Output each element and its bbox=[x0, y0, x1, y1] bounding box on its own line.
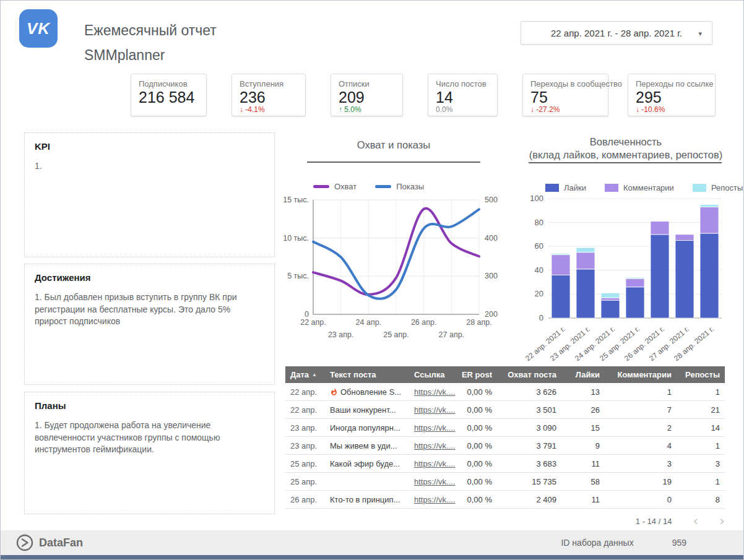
scorecard-5[interactable]: Переходы по ссылке295↓ -10.6% bbox=[628, 74, 716, 116]
cell-text: Иногда популярн... bbox=[325, 423, 409, 433]
right-axis-tick: 500 bbox=[485, 196, 498, 204]
column-header-reach[interactable]: Охват поста bbox=[497, 370, 561, 379]
cell-reposts: 1 bbox=[677, 441, 725, 450]
post-link[interactable]: https://vk.... bbox=[414, 441, 455, 450]
scorecard-delta: ↓ -27.2% bbox=[530, 106, 600, 114]
arrow-up-icon: ↑ bbox=[339, 105, 342, 114]
column-header-comments[interactable]: Комментарии bbox=[605, 370, 677, 379]
y-axis-tick: 80 bbox=[535, 218, 543, 227]
cell-reposts: 1 bbox=[677, 387, 725, 397]
table-row: 25 апр.Какой эфир буде...https://vk....0… bbox=[285, 455, 725, 473]
scorecard-3[interactable]: Число постов140.0% bbox=[428, 74, 498, 116]
post-link[interactable]: https://vk.... bbox=[414, 405, 455, 415]
post-link[interactable]: https://vk.... bbox=[414, 387, 455, 397]
bar-Лайки[interactable] bbox=[626, 287, 644, 318]
bar-chart-title-line2: (вклад лайков, комментариев, репостов) bbox=[524, 149, 728, 162]
pagination-range: 1 - 14 / 14 bbox=[636, 517, 672, 526]
scorecard-delta: 0.0% bbox=[436, 106, 490, 114]
column-header-er[interactable]: ER post bbox=[459, 370, 497, 379]
scorecard-label: Подписчиков bbox=[139, 79, 199, 88]
cell-date: 25 апр. bbox=[285, 477, 325, 486]
date-range-value: 22 апр. 2021 г. - 28 апр. 2021 г. bbox=[551, 28, 682, 38]
bar-Комментарии[interactable] bbox=[552, 255, 570, 275]
bar-Комментарии[interactable] bbox=[651, 222, 669, 235]
bar-Репосты[interactable] bbox=[700, 205, 719, 207]
legend-swatch-icon bbox=[313, 185, 329, 188]
bar-Лайки[interactable] bbox=[675, 241, 694, 319]
cell-text: Мы живем в уди... bbox=[325, 441, 409, 450]
column-header-text[interactable]: Текст поста bbox=[325, 370, 409, 379]
cell-er: 0,00 % bbox=[459, 477, 497, 486]
legend-swatch-icon bbox=[375, 185, 391, 188]
cell-date: 23 апр. bbox=[285, 441, 325, 450]
cell-reposts: 14 bbox=[677, 423, 725, 433]
legend-label: Показы bbox=[396, 182, 424, 191]
column-header-link[interactable]: Ссылка bbox=[409, 370, 459, 379]
column-header-likes[interactable]: Лайки bbox=[561, 370, 605, 379]
bar-Репосты[interactable] bbox=[552, 254, 570, 255]
sort-asc-icon: ▲ bbox=[312, 372, 317, 377]
right-axis-tick: 400 bbox=[485, 234, 498, 243]
scorecard-delta: ↓ -10.6% bbox=[636, 106, 707, 114]
bar-Репосты[interactable] bbox=[576, 248, 595, 252]
post-link[interactable]: https://vk.... bbox=[414, 477, 455, 486]
cell-date: 23 апр. bbox=[285, 423, 325, 433]
y-axis-tick: 20 bbox=[535, 289, 543, 298]
line-chart-title-underline bbox=[307, 162, 480, 163]
arrow-down-icon: ↓ bbox=[530, 105, 534, 114]
kpi-box[interactable]: KPI 1. bbox=[24, 132, 275, 257]
scorecard-0[interactable]: Подписчиков216 584 bbox=[131, 74, 207, 116]
cell-link: https://vk.... bbox=[409, 441, 459, 450]
datafan-brand-name: DataFan bbox=[39, 536, 83, 549]
legend-item-Показы: Показы bbox=[375, 182, 424, 191]
bar-Комментарии[interactable] bbox=[576, 252, 595, 269]
scorecard-delta: ↑ 5.0% bbox=[339, 106, 395, 114]
cell-comments: 19 bbox=[605, 477, 677, 486]
bar-Комментарии[interactable] bbox=[601, 298, 620, 300]
plans-box[interactable]: Планы 1. Будет продолжена работа на увел… bbox=[24, 392, 275, 514]
legend-item-Охват: Охват bbox=[313, 182, 357, 191]
bar-Лайки[interactable] bbox=[651, 235, 669, 318]
plans-body: 1. Будет продолжена работа на увеличение… bbox=[35, 420, 264, 456]
scorecard-2[interactable]: Отписки209↑ 5.0% bbox=[331, 74, 403, 116]
table-row: 22 апр.Ваши конкурент...https://vk....0,… bbox=[285, 401, 725, 419]
scorecard-value: 295 bbox=[636, 88, 707, 106]
bar-Комментарии[interactable] bbox=[675, 235, 694, 241]
scorecard-1[interactable]: Вступления236↓ -4.1% bbox=[231, 74, 306, 116]
next-page-icon[interactable]: › bbox=[719, 515, 725, 527]
bar-Лайки[interactable] bbox=[601, 300, 620, 318]
bar-Лайки[interactable] bbox=[576, 269, 595, 318]
cell-likes: 26 bbox=[561, 405, 605, 415]
scorecard-label: Переходы в сообщество bbox=[530, 79, 600, 88]
date-range-selector[interactable]: 22 апр. 2021 г. - 28 апр. 2021 г. ▾ bbox=[521, 21, 712, 45]
bar-Лайки[interactable] bbox=[552, 275, 570, 319]
dataset-info: ID набора данных 959 bbox=[561, 538, 729, 548]
achievements-body: 1. Был добавлен призыв вступить в группу… bbox=[35, 291, 264, 328]
page-title: Ежемесячный отчет SMMplanner bbox=[84, 18, 217, 67]
bar-Лайки[interactable] bbox=[700, 233, 719, 318]
cell-er: 0,00 % bbox=[459, 495, 497, 504]
post-link[interactable]: https://vk.... bbox=[414, 459, 455, 468]
dataset-id-value: 959 bbox=[672, 538, 686, 548]
bar-Комментарии[interactable] bbox=[700, 207, 719, 234]
cell-likes: 58 bbox=[561, 477, 605, 486]
prev-page-icon[interactable]: ‹ bbox=[693, 515, 698, 527]
achievements-box[interactable]: Достижения 1. Был добавлен призыв вступи… bbox=[24, 264, 275, 385]
column-header-reposts[interactable]: Репосты bbox=[677, 370, 725, 379]
dashboard-page: VK Ежемесячный отчет SMMplanner 22 апр. … bbox=[0, 0, 744, 560]
cell-reposts: 8 bbox=[677, 495, 725, 504]
column-header-date[interactable]: Дата▲ bbox=[285, 370, 325, 379]
scorecard-4[interactable]: Переходы в сообщество75↓ -27.2% bbox=[522, 74, 608, 116]
scorecard-label: Отписки bbox=[339, 79, 395, 88]
bar-Репосты[interactable] bbox=[626, 277, 644, 278]
post-link[interactable]: https://vk.... bbox=[414, 495, 455, 504]
y-axis-tick: 100 bbox=[530, 194, 543, 203]
post-link[interactable]: https://vk.... bbox=[414, 423, 455, 433]
bar-chart-title-underline bbox=[529, 162, 722, 163]
bar-Комментарии[interactable] bbox=[626, 278, 644, 287]
bar-chart-svg: 02040608010022 апр. 2021 г.23 апр. 2021 … bbox=[529, 191, 735, 371]
cell-comments: 1 bbox=[605, 387, 677, 397]
scorecard-delta: ↓ -4.1% bbox=[240, 106, 298, 114]
bar-Репосты[interactable] bbox=[601, 293, 620, 298]
scorecard-label: Число постов bbox=[436, 79, 490, 88]
